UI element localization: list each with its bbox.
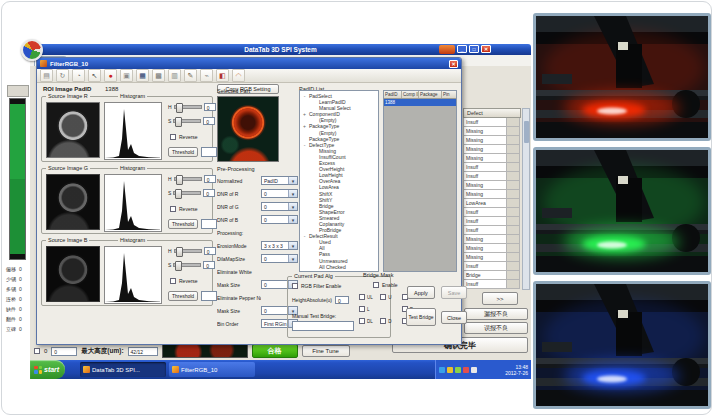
tree-expand-icon[interactable]: - [302, 93, 307, 99]
hue-value-field[interactable]: 0 [204, 247, 216, 255]
defect-row[interactable]: LowArea [463, 199, 521, 208]
defect-detail-button[interactable] [507, 280, 520, 289]
ime-icon[interactable] [471, 367, 477, 373]
preprocessing-dropdown[interactable]: 0 ▾ [261, 254, 298, 263]
tree-expand-icon[interactable] [312, 264, 317, 270]
chevron-down-icon[interactable]: ▾ [288, 255, 297, 262]
defect-detail-button[interactable] [507, 271, 520, 280]
rgb-icon[interactable]: ◧ [216, 69, 229, 82]
alert-icon[interactable]: ◠ [232, 69, 245, 82]
tree-item[interactable]: All Checked [302, 264, 378, 270]
defect-detail-button[interactable] [507, 190, 520, 199]
record-icon[interactable]: ● [104, 69, 117, 82]
sat-slider[interactable] [173, 191, 201, 195]
status-count2-field[interactable]: 0 [51, 347, 77, 356]
status-checkbox[interactable] [34, 348, 40, 354]
defect-detail-button[interactable] [507, 118, 520, 127]
defect-row[interactable]: Missing [463, 136, 521, 145]
open-icon[interactable]: ▤ [40, 69, 53, 82]
close-dialog-button[interactable]: Close [441, 311, 467, 324]
chevron-down-icon[interactable]: ▾ [288, 177, 297, 184]
padid-grid-selected-row[interactable]: 1388 [384, 99, 456, 106]
bridge-mask-checkbox[interactable] [359, 306, 365, 312]
taskbar-app-button[interactable]: FilterRGB_10 [169, 362, 255, 377]
defect-detail-button[interactable] [507, 217, 520, 226]
more-button[interactable]: >> [482, 292, 518, 305]
bridge-mask-checkbox[interactable] [380, 294, 386, 300]
update-icon[interactable] [463, 367, 469, 373]
defect-scrollbar[interactable] [522, 108, 530, 290]
defect-row[interactable]: Missing [463, 244, 521, 253]
defect-detail-button[interactable] [507, 163, 520, 172]
defect-detail-button[interactable] [507, 145, 520, 154]
hue-slider[interactable] [174, 105, 202, 109]
defect-row[interactable]: Insuff [463, 118, 521, 127]
defect-row[interactable]: Insuff [463, 163, 521, 172]
chevron-down-icon[interactable]: ▾ [288, 203, 297, 210]
defect-row[interactable]: Missing [463, 154, 521, 163]
defect-detail-button[interactable] [507, 253, 520, 262]
tree-expand-icon[interactable]: + [302, 111, 307, 117]
chevron-down-icon[interactable]: ▾ [288, 190, 297, 197]
tree-expand-icon[interactable]: - [302, 233, 307, 239]
defect-row[interactable]: Insuff [463, 262, 521, 271]
defect-row[interactable]: Missing [463, 145, 521, 154]
sat-value-field[interactable]: 0 [203, 117, 215, 125]
scrollbar-thumb[interactable] [524, 121, 529, 143]
defect-detail-button[interactable] [507, 199, 520, 208]
defect-detail-button[interactable] [507, 136, 520, 145]
defect-detail-button[interactable] [507, 235, 520, 244]
defect-row[interactable]: Insuff [463, 208, 521, 217]
sat-value-field[interactable]: 0 [203, 261, 215, 269]
bridge-mask-checkbox[interactable] [359, 318, 365, 324]
sat-slider[interactable] [173, 119, 201, 123]
max-height-value[interactable]: 42/12 [128, 347, 158, 356]
save-button[interactable]: Save [441, 286, 467, 299]
tree-expand-icon[interactable]: - [302, 142, 307, 148]
threshold-value-field[interactable] [201, 147, 217, 157]
threshold-button[interactable]: Threshold [168, 147, 198, 157]
defect-detail-button[interactable] [507, 127, 520, 136]
preprocessing-dropdown[interactable]: 3 x 3 x 3 ▾ [261, 241, 298, 250]
grid-icon[interactable]: ▦ [136, 69, 149, 82]
fine-tune-button[interactable]: Fine Tune [302, 345, 350, 357]
volume-icon[interactable] [455, 367, 461, 373]
miss-report-button[interactable]: 漏报不良 [464, 308, 528, 320]
threshold-value-field[interactable] [201, 219, 217, 229]
defect-row[interactable]: Missing [463, 181, 521, 190]
defect-row[interactable]: Insuff [463, 172, 521, 181]
dialog-close-button[interactable]: ✕ [449, 60, 458, 68]
close-button[interactable]: ✕ [481, 45, 491, 53]
sat-value-field[interactable]: 0 [203, 189, 215, 197]
shield-icon[interactable] [447, 367, 453, 373]
dialog-titlebar[interactable]: FilterRGB_10 ✕ [37, 58, 461, 69]
main-titlebar[interactable]: DataTab 3D SPI System _ □ ✕ [30, 44, 531, 55]
minimize-button[interactable]: _ [457, 45, 467, 53]
pencil-icon[interactable]: ✎ [184, 69, 197, 82]
reverse-checkbox[interactable] [170, 134, 176, 140]
apply-button[interactable]: Apply [407, 286, 435, 299]
bridge-mask-checkbox[interactable] [380, 318, 386, 324]
defect-row[interactable]: Bridge [463, 271, 521, 280]
hue-value-field[interactable]: 0 [204, 175, 216, 183]
defect-detail-button[interactable] [507, 172, 520, 181]
defect-row[interactable]: Insuff [463, 217, 521, 226]
padid-grid-header[interactable]: PadID Comp ID Package Pin [384, 91, 456, 99]
defect-detail-button[interactable] [507, 244, 520, 253]
defect-detail-button[interactable] [507, 154, 520, 163]
threshold-value-field[interactable] [201, 291, 217, 301]
sat-slider[interactable] [173, 263, 201, 267]
false-report-button[interactable]: 误报不良 [464, 322, 528, 334]
network-icon[interactable] [439, 367, 445, 373]
test-bridge-button[interactable]: Test Bridge [406, 308, 436, 326]
cursor-icon[interactable]: ↖ [88, 69, 101, 82]
camera-icon[interactable]: ▣ [120, 69, 133, 82]
tree-expand-icon[interactable]: + [302, 123, 307, 129]
preprocessing-dropdown[interactable]: 0 ▾ [261, 189, 298, 198]
defect-row[interactable]: Missing [463, 190, 521, 199]
image-icon[interactable]: ▩ [152, 69, 165, 82]
bridge-mask-enable-checkbox[interactable] [373, 282, 379, 288]
chevron-down-icon[interactable]: ▾ [288, 242, 297, 249]
defect-row[interactable]: Insuff [463, 280, 521, 289]
pass-button[interactable]: 合格 [252, 344, 298, 358]
